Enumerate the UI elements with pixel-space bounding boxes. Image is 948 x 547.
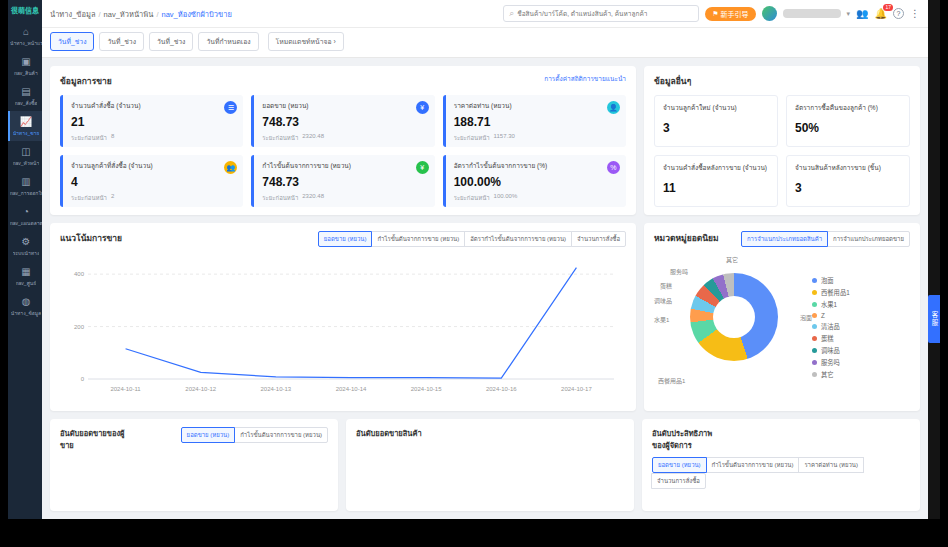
donut-callout: 蛋糕 — [660, 281, 672, 290]
toggle-sales[interactable]: ยอดขาย (หยวน) — [181, 427, 236, 443]
avatar[interactable] — [762, 6, 777, 21]
breadcrumb-item-current: nav_ห้องซักผ้าบิวขาย — [156, 8, 231, 20]
sidebar-item-label: nav_หัวหน้า — [13, 159, 39, 167]
main-column: นำทาง_ข้อมูล nav_หัวหน้าพิน nav_ห้องซักผ… — [42, 0, 928, 519]
toggle-gross-profit[interactable]: กำไรขั้นต้นจากการขาย (หยวน) — [371, 231, 465, 247]
toggle-order-count[interactable]: จำนวนการสั่งซื้อ — [651, 473, 706, 489]
sales-trend-card: แนวโน้มการขาย ยอดขาย (หยวน) กำไรขั้นต้นจ… — [50, 223, 636, 411]
card-title: หมวดหมู่ยอดนิยม — [654, 231, 719, 245]
sidebar-item-data[interactable]: ◍ นำทาง_ข้อมูล — [8, 291, 42, 321]
legend-item[interactable]: 水果1 — [812, 300, 910, 309]
legend-item[interactable]: 泡面 — [812, 276, 910, 285]
sales-settings-link[interactable]: การตั้งค่าสถิติการขายแนะนำ — [544, 74, 626, 84]
order-count-icon: ☰ — [224, 101, 237, 114]
legend-label: Z — [821, 312, 825, 319]
prev-label: ระยะก่อนหน้า — [71, 133, 107, 143]
stat-tile-new-customers: จำนวนลูกค้าใหม่ (จำนวน) 3 — [654, 95, 778, 147]
sidebar-item-label: นำทาง_ข้อมูล — [11, 309, 41, 317]
toggle-order-count[interactable]: จำนวนการสั่งซื้อ — [571, 231, 626, 247]
legend-dot — [812, 313, 817, 318]
seller-rank-toggle: ยอดขาย (หยวน) กำไรขั้นต้นจากการขาย (หยวน… — [181, 427, 328, 443]
tab-custom-date[interactable]: วันที่กำหนดเอง — [198, 32, 258, 51]
sidebar-item-label: nav_สินค้า — [14, 69, 37, 77]
more-menu-icon[interactable]: ⋮ — [910, 8, 920, 20]
stat-tile-gross-profit: กำไรขั้นต้นจากการขาย (หยวน) 748.73 ระยะก… — [251, 155, 434, 207]
stat-tile-per-customer: ราคาต่อท่าน (หยวน) 188.71 ระยะก่อนหน้า11… — [443, 95, 626, 147]
stat-value: 3 — [663, 121, 769, 135]
tab-date-range-3[interactable]: วันที่_ช่วง — [149, 32, 193, 51]
toggle-sales[interactable]: ยอดขาย (หยวน) — [318, 231, 373, 247]
prev-value: 8 — [111, 133, 114, 143]
sidebar-item-sales-data[interactable]: 📈 นำทาง_ขาย — [8, 111, 42, 141]
breadcrumb-item[interactable]: นำทาง_ข้อมูล — [50, 8, 96, 20]
svg-text:2024-10-13: 2024-10-13 — [261, 386, 292, 392]
stat-value: 50% — [795, 121, 901, 135]
notification-bell-icon[interactable]: 🔔 17 — [875, 8, 887, 20]
sidebar-item-label: นำทาง_หน้าแรก — [10, 39, 42, 47]
toggle-category-by-items[interactable]: การจำแนกประเภทยอดสินค้า — [741, 231, 828, 247]
sidebar-item-orders[interactable]: ▤ nav_สั่งซื้อ — [8, 81, 42, 111]
stat-value: 3 — [795, 181, 901, 195]
tab-date-range-1[interactable]: วันที่_ช่วง — [50, 32, 94, 51]
card-title: อันดับประสิทธิภาพของผู้จัดการ — [652, 427, 724, 451]
tab-date-range-2[interactable]: วันที่_ช่วง — [99, 32, 143, 51]
account-switch-icon[interactable]: 👥 — [856, 8, 868, 20]
stat-tile-sales-amount: ยอดขาย (หยวน) 748.73 ระยะก่อนหน้า2320.48… — [251, 95, 434, 147]
top-categories-card: หมวดหมู่ยอดนิยม การจำแนกประเภทยอดสินค้า … — [644, 223, 920, 411]
stat-label: ยอดขาย (หยวน) — [262, 101, 426, 111]
newbie-guide-button[interactable]: ⚑ 新手引导 — [705, 7, 755, 21]
top-header: นำทาง_ข้อมูล nav_หัวหน้าพิน nav_ห้องซักผ… — [42, 0, 928, 28]
svg-text:2024-10-12: 2024-10-12 — [185, 386, 216, 392]
donut-callout: 泡面 — [800, 313, 812, 322]
legend-item[interactable]: 调味品 — [812, 346, 910, 355]
sidebar-item-label: nav_ศูนย์ — [16, 279, 36, 287]
support-badge[interactable]: 客服 — [928, 295, 940, 343]
toggle-category-by-sales[interactable]: การจำแนกประเภทยอดขาย — [827, 231, 910, 247]
legend-item[interactable]: 服务吗 — [812, 358, 910, 367]
legend-label: 泡面 — [821, 276, 834, 285]
legend-item[interactable]: 蛋糕 — [812, 334, 910, 343]
toggle-sales[interactable]: ยอดขาย (หยวน) — [652, 457, 707, 473]
legend-item[interactable]: Z — [812, 312, 910, 319]
sidebar-item-center[interactable]: ▦ nav_ศูนย์ — [8, 261, 42, 291]
legend-item[interactable]: 其它 — [812, 370, 910, 379]
orders-icon: ▤ — [21, 86, 30, 97]
stat-tile-repurchase-rate: อัตราการซื้อคืนของลูกค้า (%) 50% — [786, 95, 910, 147]
right-rail: 客服 — [928, 0, 940, 519]
sidebar: 很萌信息 ⌂ นำทาง_หน้าแรก ▣ nav_สินค้า ▤ nav_… — [8, 0, 42, 519]
gear-icon: ⚙ — [22, 236, 31, 247]
card-title: ข้อมูลอื่นๆ — [654, 74, 691, 88]
help-icon[interactable]: ? — [893, 8, 904, 19]
breadcrumb-item[interactable]: nav_หัวหน้าพิน — [99, 8, 154, 20]
customer-count-icon: 👥 — [224, 161, 237, 174]
donut-callout: 其它 — [726, 255, 738, 264]
toggle-per-customer[interactable]: ราคาต่อท่าน (หยวน) — [798, 457, 864, 473]
prev-value: 2320.48 — [302, 133, 324, 143]
chevron-down-icon[interactable]: ▾ — [847, 10, 851, 18]
stat-label: อัตราการซื้อคืนของลูกค้า (%) — [795, 103, 901, 113]
legend-dot — [812, 336, 817, 341]
toggle-profit-rate[interactable]: อัตรากำไรขั้นต้นจากการขาย (หยวน) — [464, 231, 572, 247]
stat-label: ราคาต่อท่าน (หยวน) — [454, 101, 618, 111]
sidebar-item-home[interactable]: ⌂ นำทาง_หน้าแรก — [8, 21, 42, 51]
legend-item[interactable]: 西餐用品1 — [812, 288, 910, 297]
toggle-gross-profit[interactable]: กำไรขั้นต้นจากการขาย (หยวน) — [706, 457, 800, 473]
sidebar-item-label: ระบบนำทาง — [13, 249, 40, 257]
stat-label: จำนวนลูกค้าที่สั่งซื้อ (จำนวน) — [71, 161, 235, 171]
sidebar-item-invoicing[interactable]: ▥ nav_การออกใบแจ้งหนี้ — [8, 171, 42, 201]
toggle-gross-profit[interactable]: กำไรขั้นต้นจากการขาย (หยวน) — [234, 427, 328, 443]
sidebar-item-goods[interactable]: ▣ nav_สินค้า — [8, 51, 42, 81]
dashboard-mode-button[interactable]: โหมดแดชท์หน้าจอ — [268, 32, 344, 51]
sidebar-item-marketing[interactable]: ◔ nav_แผนตลาด — [8, 201, 42, 231]
profit-rate-icon: % — [607, 161, 620, 174]
card-title: ข้อมูลการขาย — [60, 74, 112, 88]
breadcrumb: นำทาง_ข้อมูล nav_หัวหน้าพิน nav_ห้องซักผ… — [50, 8, 232, 20]
search-input[interactable] — [517, 10, 693, 17]
center-icon: ▦ — [21, 266, 30, 277]
stat-tile-profit-rate: อัตรากำไรขั้นต้นจากการขาย (%) 100.00% ระ… — [443, 155, 626, 207]
legend-item[interactable]: 清洁品 — [812, 322, 910, 331]
marketing-icon: ◔ — [23, 206, 29, 217]
stat-tile-order-count: จำนวนคำสั่งซื้อ (จำนวน) 21 ระยะก่อนหน้า8… — [60, 95, 243, 147]
sidebar-item-system[interactable]: ⚙ ระบบนำทาง — [8, 231, 42, 261]
sidebar-item-members[interactable]: ◫ nav_หัวหน้า — [8, 141, 42, 171]
